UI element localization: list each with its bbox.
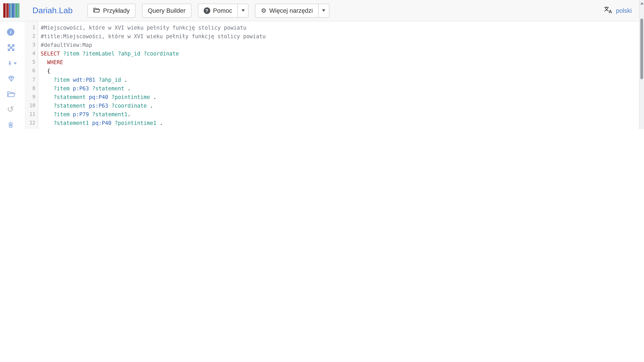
code-line: #Miejscowości, które w XVI wieku pełniły… bbox=[41, 24, 636, 32]
language-selector[interactable]: A polski bbox=[603, 6, 632, 15]
open-query-button[interactable] bbox=[7, 89, 17, 98]
code-editor: 12345678910111213141516 #Miejscowości, k… bbox=[24, 21, 639, 129]
line-number: 9 bbox=[24, 93, 35, 101]
more-tools-button-group: ⚙ Więcej narzędzi bbox=[255, 4, 329, 18]
line-number: 8 bbox=[24, 84, 35, 93]
gear-icon: ⚙ bbox=[261, 8, 266, 14]
dariah-logo-icon bbox=[3, 3, 19, 18]
line-number: 7 bbox=[24, 76, 35, 84]
language-link[interactable]: polski bbox=[616, 7, 632, 14]
line-number: 6 bbox=[24, 67, 35, 76]
scroll-up-arrow-icon[interactable] bbox=[640, 2, 644, 4]
code-line: ?item p:P63 ?statement . bbox=[41, 84, 636, 93]
pin-icon bbox=[7, 59, 13, 67]
svg-text:A: A bbox=[608, 9, 612, 14]
gem-icon bbox=[7, 74, 16, 82]
fullscreen-icon bbox=[7, 44, 15, 52]
line-number: 1 bbox=[24, 24, 35, 32]
code-line: SELECT ?item ?itemLabel ?ahp_id ?coordin… bbox=[41, 50, 636, 58]
chevron-down-icon bbox=[322, 10, 325, 12]
code-line: #title:Miejscowości, które w XVI wieku p… bbox=[41, 32, 636, 41]
line-number: 2 bbox=[24, 32, 35, 41]
more-tools-dropdown-toggle[interactable] bbox=[318, 4, 329, 18]
app-title: Dariah.Lab bbox=[32, 6, 73, 15]
line-number: 10 bbox=[24, 102, 35, 110]
line-number: 3 bbox=[24, 41, 35, 49]
folder-open-icon bbox=[93, 7, 100, 14]
code-lines[interactable]: #Miejscowości, które w XVI wieku pełniły… bbox=[38, 21, 639, 129]
query-builder-button[interactable]: Query Builder bbox=[142, 4, 191, 18]
info-icon: i bbox=[7, 28, 14, 36]
page-scrollbar[interactable] bbox=[639, 0, 644, 129]
scrollbar-thumb[interactable] bbox=[640, 18, 643, 79]
navbar: Dariah.Lab Przykłady Query Builder ? Pom… bbox=[0, 0, 644, 21]
code-line: ?item wdt:P81 ?ahp_id . bbox=[41, 76, 636, 84]
chevron-down-icon bbox=[14, 62, 17, 64]
code-line: { bbox=[41, 67, 636, 76]
code-line: WHERE bbox=[41, 58, 636, 67]
code-line: ?item p:P79 ?statement1. bbox=[41, 110, 636, 119]
gem-button[interactable] bbox=[7, 74, 17, 83]
code-line: ?statement ps:P63 ?coordinate . bbox=[41, 102, 636, 110]
line-number: 4 bbox=[24, 50, 35, 58]
info-button[interactable]: i bbox=[7, 28, 17, 36]
pin-query-button[interactable] bbox=[7, 59, 17, 68]
line-number: 12 bbox=[24, 119, 35, 127]
line-number-gutter: 12345678910111213141516 bbox=[24, 21, 38, 129]
chevron-down-icon bbox=[241, 10, 244, 12]
translate-icon: A bbox=[603, 6, 613, 15]
line-number: 11 bbox=[24, 110, 35, 119]
fullscreen-button[interactable] bbox=[7, 43, 17, 52]
undo-button[interactable]: ↺ bbox=[7, 105, 17, 114]
help-dropdown-toggle[interactable] bbox=[238, 4, 249, 18]
editor-toolbar-rail: i ↺ bbox=[0, 21, 24, 129]
query-editor-section: i ↺ bbox=[0, 21, 639, 129]
brand[interactable]: Dariah.Lab bbox=[3, 3, 72, 18]
navbar-buttons: Przykłady Query Builder ? Pomoc ⚙ Więcej… bbox=[88, 4, 329, 18]
code-line: ?statement1 pq:P40 ?pointintime1 . bbox=[41, 119, 636, 127]
undo-icon: ↺ bbox=[7, 105, 14, 113]
more-tools-button[interactable]: ⚙ Więcej narzędzi bbox=[255, 4, 318, 18]
question-circle-icon: ? bbox=[204, 7, 210, 14]
help-button-group: ? Pomoc bbox=[198, 4, 248, 18]
help-button[interactable]: ? Pomoc bbox=[198, 4, 238, 18]
query-service-app: Dariah.Lab Przykłady Query Builder ? Pom… bbox=[0, 0, 644, 129]
line-number: 13 bbox=[24, 127, 35, 129]
code-line: ?statement1 (ps:P79/(wdt:P56*)) wd:Q99. … bbox=[41, 127, 636, 129]
clear-query-button[interactable] bbox=[7, 120, 17, 129]
line-number: 5 bbox=[24, 58, 35, 67]
code-line: ?statement pq:P40 ?pointintime . bbox=[41, 93, 636, 101]
trash-icon bbox=[7, 120, 14, 128]
code-line: #defaultView:Map bbox=[41, 41, 636, 49]
folder-open-icon bbox=[7, 90, 16, 97]
examples-button[interactable]: Przykłady bbox=[88, 4, 136, 18]
